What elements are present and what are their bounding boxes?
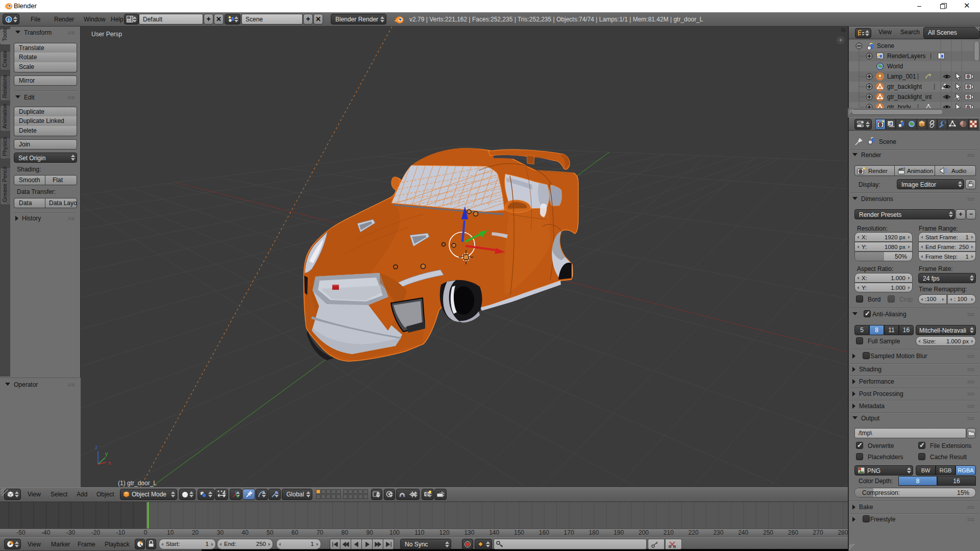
svg-text:z: z (95, 444, 98, 450)
svg-text:x: x (108, 460, 111, 466)
svg-text:y: y (105, 450, 108, 457)
svg-text:(1) gtr_door_L: (1) gtr_door_L (118, 480, 157, 487)
svg-text:+: + (839, 37, 842, 44)
svg-text:User Persp: User Persp (91, 31, 122, 38)
svg-text:i: i (8, 17, 10, 22)
